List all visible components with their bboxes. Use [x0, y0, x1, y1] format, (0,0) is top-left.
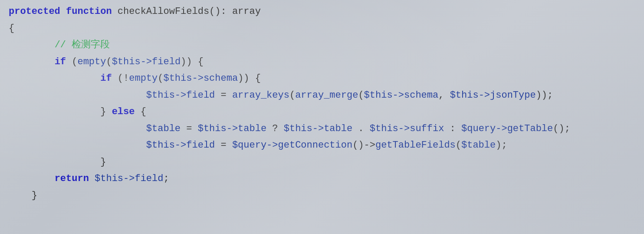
code-block: protected function checkAllowFields(): a… [0, 3, 644, 204]
code-token: return [55, 173, 89, 184]
code-line-content: return $this->field; [9, 171, 169, 188]
code-token: } [9, 190, 37, 201]
code-token: { [135, 106, 146, 117]
code-line-content: protected function checkAllowFields(): a… [9, 3, 261, 20]
code-token: ); [496, 140, 507, 151]
code-token: function [66, 6, 112, 17]
code-line-content: // 检测字段 [9, 37, 110, 54]
code-line-content: { [9, 20, 14, 37]
code-token: ( [158, 73, 163, 84]
code-token: ( [456, 140, 461, 151]
code-token: } [100, 106, 112, 117]
code-token: ( [358, 90, 364, 101]
code-token: $this->field [146, 90, 215, 101]
code-line: protected function checkAllowFields(): a… [0, 3, 644, 20]
code-token: )); [536, 90, 553, 101]
code-token: $this->table [198, 123, 266, 134]
code-line: if (!empty($this->schema)) { [0, 70, 644, 87]
code-token: getTableFields [375, 140, 456, 151]
code-token [9, 40, 55, 50]
code-line-content: if (empty($this->field)) { [9, 54, 204, 71]
code-token [89, 173, 95, 184]
code-token: checkAllowFields(): array [112, 6, 261, 17]
code-line: { [0, 20, 644, 37]
code-token: { [9, 23, 14, 34]
code-line-content: $this->field = $query->getConnection()->… [9, 137, 507, 154]
code-line: $table = $this->table ? $this->table . $… [0, 121, 644, 138]
code-token: )) { [238, 73, 261, 84]
code-token: = [181, 123, 198, 134]
code-token: ()-> [352, 140, 375, 151]
code-line-content: } else { [9, 104, 146, 121]
code-line: } else { [0, 104, 644, 121]
code-token: ( [289, 90, 295, 101]
code-line-content: if (!empty($this->schema)) { [9, 70, 261, 87]
code-token: $this->schema [364, 90, 439, 101]
code-token [9, 56, 55, 67]
code-token: $query->getTable [461, 123, 553, 134]
code-token: $this->field [95, 173, 163, 184]
code-token: array_keys [232, 90, 289, 101]
code-token: if [100, 73, 112, 84]
code-token: )) { [181, 56, 204, 67]
code-line: } [0, 188, 644, 204]
code-line: $this->field = array_keys(array_merge($t… [0, 87, 644, 104]
code-token: $this->schema [163, 73, 238, 84]
code-line: return $this->field; [0, 171, 644, 188]
code-line: $this->field = $query->getConnection()->… [0, 137, 644, 154]
code-token [9, 123, 146, 134]
code-token: ( [106, 56, 112, 67]
code-line-content: $table = $this->table ? $this->table . $… [9, 121, 570, 138]
code-token: } [9, 157, 106, 168]
code-token: else [112, 106, 135, 117]
code-token [9, 173, 55, 184]
code-token: empty [129, 73, 158, 84]
code-token: array_merge [295, 90, 358, 101]
code-token: ; [163, 173, 169, 184]
code-line-content: $this->field = array_keys(array_merge($t… [9, 87, 553, 104]
code-token: $query->getConnection [232, 140, 352, 151]
code-token: $this->table [284, 123, 352, 134]
code-token: $table [461, 140, 496, 151]
code-token: empty [77, 56, 106, 67]
code-token [9, 140, 146, 151]
code-token: if [55, 56, 66, 67]
code-editor: protected function checkAllowFields(): a… [0, 0, 644, 234]
code-token: . [352, 123, 370, 134]
code-token: , [438, 90, 450, 101]
code-token: $this->field [112, 56, 181, 67]
code-token: $table [146, 123, 181, 134]
code-token: (! [112, 73, 129, 84]
code-token: ? [266, 123, 284, 134]
code-token [9, 90, 146, 101]
code-token: $this->suffix [370, 123, 444, 134]
code-token: = [215, 90, 232, 101]
code-token: = [215, 140, 232, 151]
code-token: : [444, 123, 461, 134]
code-token: // 检测字段 [55, 40, 110, 50]
code-token: ( [66, 56, 77, 67]
code-token: (); [553, 123, 570, 134]
code-token: protected [9, 6, 60, 17]
code-token: $this->field [146, 140, 215, 151]
code-line-content: } [9, 154, 106, 171]
code-line: if (empty($this->field)) { [0, 54, 644, 71]
code-line: } [0, 154, 644, 171]
code-token [9, 106, 100, 117]
code-line-content: } [9, 188, 37, 204]
code-token [60, 6, 66, 17]
code-line: // 检测字段 [0, 37, 644, 54]
code-token: $this->jsonType [450, 90, 536, 101]
code-token [9, 73, 100, 84]
